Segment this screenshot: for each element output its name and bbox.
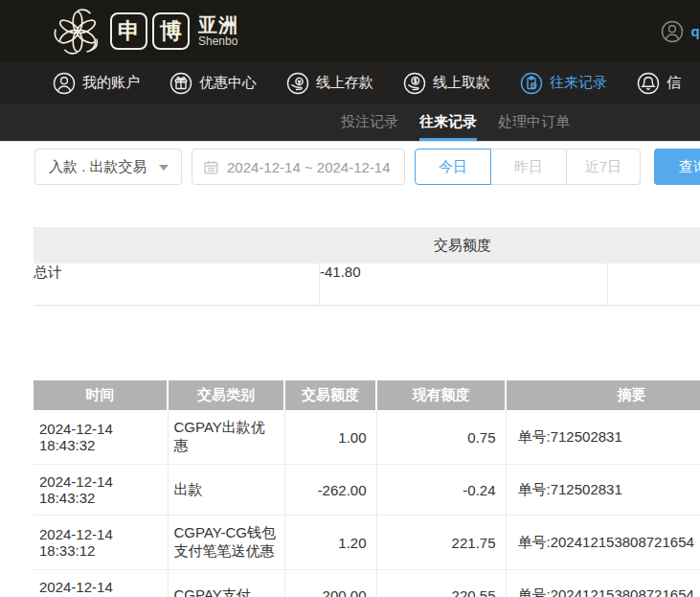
today-button[interactable]: 今日 (415, 149, 491, 185)
nav-item-label: 优惠中心 (199, 74, 257, 92)
chevron-down-icon (159, 165, 169, 171)
table-row: 2024-12-14 18:33:12 CGPAY-CG钱包支付笔笔送优惠 1.… (34, 516, 700, 570)
calendar-icon (203, 159, 219, 175)
flower-logo-icon (52, 6, 103, 57)
gift-icon (169, 72, 192, 95)
tab-transaction-records[interactable]: 往来记录 (419, 103, 477, 141)
nav-item-messages[interactable]: 信 (637, 72, 681, 95)
nav-item-label: 往来记录 (550, 74, 607, 92)
summary-empty-cell (608, 264, 700, 305)
quick-date-buttons: 今日 昨日 近7日 (415, 149, 641, 185)
table-row: 2024-12-14 18:43:32 CGPAY出款优惠 1.00 0.75 … (34, 410, 700, 465)
summary-total-label: 总计 (34, 264, 320, 305)
user-avatar-icon (661, 20, 684, 43)
nav-item-transactions[interactable]: 往来记录 (520, 72, 607, 95)
nav-item-promotions[interactable]: 优惠中心 (169, 72, 257, 95)
transactions-table: 时间 交易类别 交易额度 现有额度 摘要 2024-12-14 18:43:32… (34, 380, 700, 597)
cell-type: CGPAY-CG钱包支付笔笔送优惠 (168, 516, 284, 570)
summary-table: 交易额度 总计 -41.80 (34, 227, 700, 306)
nav-item-label: 线上取款 (433, 74, 490, 92)
brand-logo[interactable]: 申 博 亚洲 Shenbo (52, 6, 238, 57)
cell-balance: 221.75 (376, 516, 506, 570)
brand-char-1: 申 (110, 12, 147, 50)
cell-memo: 单号:712502831 (506, 410, 700, 465)
clipboard-clock-icon (520, 72, 543, 95)
brand-region-cn: 亚洲 (198, 15, 238, 35)
cell-balance: 220.55 (376, 570, 506, 597)
tab-betting-records[interactable]: 投注记录 (341, 103, 398, 141)
cell-time: 2024-12-14 18:43:32 (34, 465, 168, 516)
cell-memo: 单号:202412153808721654 (506, 516, 700, 570)
summary-header: 交易额度 (34, 227, 700, 264)
col-time: 时间 (34, 380, 168, 410)
table-header-row: 时间 交易类别 交易额度 现有额度 摘要 (34, 380, 700, 410)
date-range-input[interactable]: 2024-12-14 ~ 2024-12-14 (192, 149, 405, 185)
nav-item-withdraw[interactable]: 线上取款 (403, 72, 490, 95)
cell-time: 2024-12-14 18:33:12 (34, 570, 168, 597)
transaction-type-value: 入款 . 出款交易 (49, 158, 147, 176)
nav-item-label: 线上存款 (316, 74, 373, 92)
cell-amount: -262.00 (284, 465, 376, 516)
yesterday-button[interactable]: 昨日 (491, 149, 567, 185)
col-type: 交易类别 (168, 380, 284, 410)
username[interactable]: qhh (691, 23, 700, 39)
search-button[interactable]: 查询 (654, 149, 700, 185)
transaction-type-select[interactable]: 入款 . 出款交易 (34, 149, 182, 185)
tabs: 投注记录 往来记录 处理中订单 (341, 103, 570, 141)
tab-pending-orders[interactable]: 处理中订单 (498, 103, 570, 141)
tab-bar: 投注记录 往来记录 处理中订单 (0, 103, 700, 142)
col-memo: 摘要 (506, 380, 700, 410)
brand-region: 亚洲 Shenbo (198, 15, 238, 48)
brand-characters: 申 博 (110, 12, 190, 50)
table-row: 2024-12-14 18:43:32 出款 -262.00 -0.24 单号:… (34, 465, 700, 516)
cell-balance: 0.75 (376, 410, 506, 465)
summary-header-label: 交易额度 (319, 227, 606, 264)
cell-balance: -0.24 (376, 465, 506, 516)
cell-time: 2024-12-14 18:43:32 (34, 410, 168, 465)
summary-header-empty (606, 227, 700, 264)
cell-amount: 1.20 (284, 516, 376, 570)
bell-icon (637, 72, 660, 95)
summary-total-value: -41.80 (320, 264, 608, 305)
cell-type: 出款 (168, 465, 284, 516)
page: 申 博 亚洲 Shenbo qhh 我的账户 (0, 0, 700, 597)
summary-header-empty (34, 227, 319, 264)
cell-amount: 1.00 (284, 410, 376, 465)
user-circle-icon (53, 72, 76, 95)
nav-item-label: 我的账户 (82, 74, 140, 92)
top-header: 申 博 亚洲 Shenbo qhh (0, 0, 700, 62)
last7days-button[interactable]: 近7日 (567, 149, 641, 185)
cell-memo: 单号:712502831 (506, 465, 700, 516)
user-area[interactable]: qhh (661, 0, 700, 62)
col-amount: 交易额度 (284, 380, 376, 410)
nav-item-label: 信 (666, 74, 681, 92)
table-row: 2024-12-14 18:33:12 CGPAY支付 200.00 220.5… (34, 570, 700, 597)
cell-type: CGPAY出款优惠 (168, 410, 284, 465)
date-range-value: 2024-12-14 ~ 2024-12-14 (227, 159, 391, 175)
hand-dollar-icon (403, 72, 426, 95)
col-balance: 现有额度 (376, 380, 506, 410)
brand-region-en: Shenbo (198, 35, 238, 48)
nav-item-my-account[interactable]: 我的账户 (53, 72, 140, 95)
hand-coin-icon (286, 72, 309, 95)
nav-item-deposit[interactable]: 线上存款 (286, 72, 373, 95)
summary-total-row: 总计 -41.80 (34, 264, 700, 306)
brand-char-2: 博 (152, 12, 190, 50)
cell-type: CGPAY支付 (168, 570, 284, 597)
cell-time: 2024-12-14 18:33:12 (34, 516, 168, 570)
cell-amount: 200.00 (284, 570, 376, 597)
main-nav: 我的账户 优惠中心 线上存款 (0, 62, 700, 103)
cell-memo: 单号:202412153808721654 (506, 570, 700, 597)
